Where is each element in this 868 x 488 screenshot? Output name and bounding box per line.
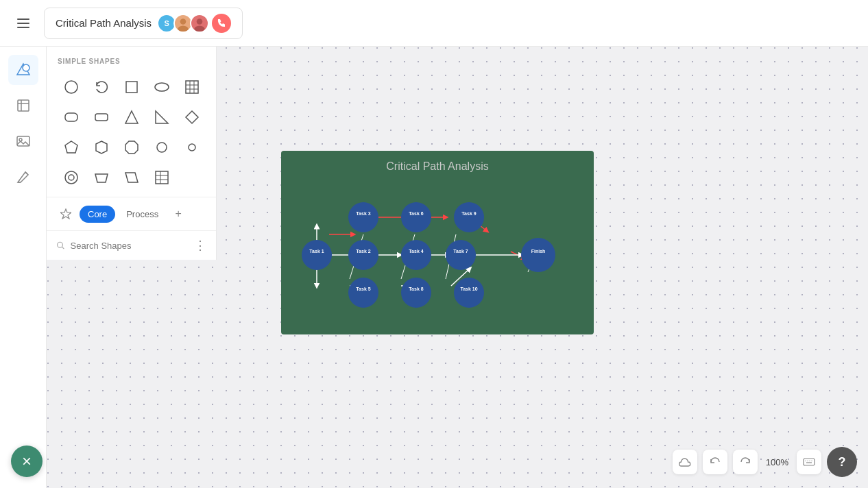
svg-text:Task 6: Task 6: [409, 211, 423, 216]
svg-point-68: [302, 240, 332, 270]
shape-circle-sm[interactable]: [148, 134, 176, 161]
svg-point-32: [189, 144, 195, 151]
svg-point-17: [155, 83, 169, 91]
svg-text:Task 7: Task 7: [453, 249, 468, 254]
search-icon: [56, 240, 65, 251]
shape-rounded-rect[interactable]: [58, 103, 85, 131]
svg-point-74: [446, 240, 476, 270]
sidebar-frame-tool[interactable]: [8, 90, 38, 121]
svg-text:Task 2: Task 2: [356, 249, 370, 254]
shape-right-triangle[interactable]: [148, 103, 176, 131]
svg-rect-18: [186, 81, 198, 93]
svg-point-34: [69, 175, 74, 180]
svg-point-6: [194, 25, 204, 32]
tab-add-button[interactable]: +: [169, 205, 187, 223]
shapes-panel: SIMPLE SHAPES: [47, 47, 217, 260]
svg-text:Task 5: Task 5: [356, 286, 370, 291]
shape-square[interactable]: [118, 73, 145, 101]
shape-grid[interactable]: [178, 73, 206, 101]
undo-button[interactable]: [703, 450, 727, 474]
left-sidebar: [0, 47, 47, 488]
keyboard-button[interactable]: [797, 450, 821, 474]
shape-hexagon[interactable]: [88, 134, 115, 161]
shape-pentagon[interactable]: [58, 134, 85, 161]
svg-point-82: [454, 278, 484, 308]
svg-marker-26: [156, 111, 168, 123]
shapes-section: SIMPLE SHAPES: [47, 47, 216, 197]
collaborators: S: [160, 14, 231, 33]
zoom-level: 100%: [763, 457, 791, 467]
svg-text:Task 9: Task 9: [461, 211, 476, 216]
shape-circle[interactable]: [58, 73, 85, 101]
svg-point-31: [157, 143, 167, 152]
svg-point-3: [180, 19, 186, 25]
redo-button[interactable]: [733, 450, 758, 474]
sidebar-draw-tool[interactable]: [8, 162, 38, 192]
fab-icon: ×: [22, 453, 32, 469]
svg-point-66: [454, 202, 484, 232]
svg-marker-28: [65, 141, 77, 153]
svg-text:Finish: Finish: [531, 249, 546, 254]
call-button[interactable]: [212, 14, 231, 33]
svg-point-62: [348, 202, 378, 232]
shape-table[interactable]: [148, 164, 176, 191]
svg-point-64: [401, 202, 431, 232]
svg-marker-25: [125, 111, 138, 123]
diagram-svg: Task 3 Task 6 Task 9 Task 1 Task 2 Task …: [281, 180, 594, 334]
svg-rect-84: [804, 459, 815, 465]
section-label: SIMPLE SHAPES: [58, 58, 205, 65]
svg-point-4: [178, 25, 188, 32]
svg-rect-9: [18, 100, 29, 111]
svg-point-76: [521, 238, 555, 272]
svg-rect-16: [126, 82, 137, 93]
shape-triangle[interactable]: [118, 103, 145, 131]
svg-rect-37: [156, 171, 168, 184]
shape-trapezoid[interactable]: [88, 164, 115, 191]
svg-rect-24: [95, 114, 108, 121]
shape-stadium[interactable]: [88, 103, 115, 131]
sidebar-image-tool[interactable]: [8, 126, 38, 156]
tab-core[interactable]: Core: [80, 206, 115, 223]
tab-process[interactable]: Process: [118, 206, 167, 223]
svg-point-72: [401, 240, 431, 270]
shape-ring[interactable]: [58, 164, 85, 191]
cloud-save-button[interactable]: [673, 450, 697, 474]
shape-ellipse[interactable]: [148, 73, 176, 101]
svg-point-8: [23, 64, 29, 71]
svg-marker-27: [186, 111, 198, 123]
sidebar-shapes-tool[interactable]: [8, 55, 38, 85]
shape-octagon[interactable]: [118, 134, 145, 161]
svg-point-78: [348, 278, 378, 308]
menu-button[interactable]: [11, 11, 36, 36]
bottom-toolbar: 100% ?: [673, 447, 857, 477]
svg-text:Task 8: Task 8: [409, 286, 423, 291]
document-title: Critical Path Analysis: [56, 17, 152, 29]
svg-text:Task 10: Task 10: [460, 286, 477, 291]
avatar-r: [190, 14, 209, 33]
more-options-icon[interactable]: ⋮: [194, 238, 206, 253]
title-area: Critical Path Analysis S: [44, 8, 243, 39]
shape-undo-arrow[interactable]: [88, 73, 115, 101]
svg-text:Task 3: Task 3: [356, 211, 370, 216]
tab-star-icon[interactable]: [55, 203, 77, 225]
search-input[interactable]: [71, 241, 189, 251]
shape-parallelogram[interactable]: [118, 164, 145, 191]
svg-point-15: [65, 81, 77, 93]
shape-tabs: Core Process +: [47, 197, 216, 230]
svg-rect-23: [65, 113, 77, 121]
shape-circle-xs[interactable]: [178, 134, 206, 161]
shape-diamond[interactable]: [178, 103, 206, 131]
help-button[interactable]: ?: [827, 447, 857, 477]
svg-text:Task 4: Task 4: [409, 249, 423, 254]
fab-close-button[interactable]: ×: [11, 446, 43, 477]
svg-rect-1: [17, 23, 29, 24]
svg-text:Task 1: Task 1: [309, 249, 324, 254]
svg-marker-36: [125, 173, 138, 182]
svg-point-80: [401, 278, 431, 308]
diagram-title: Critical Path Analysis: [281, 151, 594, 180]
svg-marker-41: [60, 209, 71, 219]
svg-point-5: [197, 19, 203, 25]
svg-rect-0: [17, 19, 29, 20]
header-bar: Critical Path Analysis S: [0, 0, 868, 47]
svg-marker-29: [96, 141, 107, 154]
